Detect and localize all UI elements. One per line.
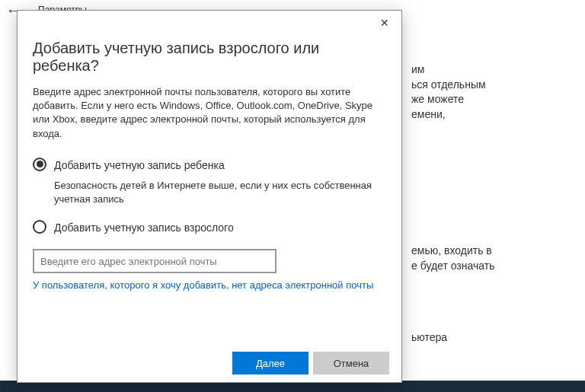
bg-text-fragment-3: ьютера	[411, 330, 577, 346]
bg-text-fragment-2: емью, входить в е будет означать	[411, 244, 577, 273]
account-type-radio-group: Добавить учетную запись ребенка Безопасн…	[33, 158, 386, 235]
dialog-body: Добавить учетную запись взрослого или ре…	[18, 11, 401, 344]
radio-add-child[interactable]: Добавить учетную запись ребенка	[33, 158, 386, 173]
bg-text-fragment-1: им ься отдельным же можете емени,	[411, 62, 577, 122]
radio-child-note: Безопасность детей в Интернете выше, есл…	[54, 179, 386, 206]
radio-adult-label: Добавить учетную запись взрослого	[54, 220, 234, 235]
radio-add-adult[interactable]: Добавить учетную запись взрослого	[33, 220, 386, 235]
dialog-footer: Далее Отмена	[18, 344, 401, 382]
radio-icon-unselected	[33, 220, 46, 234]
add-account-dialog: ✕ Добавить учетную запись взрослого или …	[17, 10, 402, 383]
cancel-button[interactable]: Отмена	[313, 352, 389, 374]
no-email-link[interactable]: У пользователя, которого я хочу добавить…	[33, 279, 386, 291]
dialog-title: Добавить учетную запись взрослого или ре…	[33, 40, 386, 75]
next-button[interactable]: Далее	[232, 352, 308, 374]
close-icon[interactable]: ✕	[374, 14, 395, 32]
email-field[interactable]	[33, 249, 277, 273]
radio-child-label: Добавить учетную запись ребенка	[54, 158, 225, 173]
dialog-description: Введите адрес электронной почты пользова…	[33, 85, 386, 141]
radio-icon-selected	[33, 158, 46, 171]
